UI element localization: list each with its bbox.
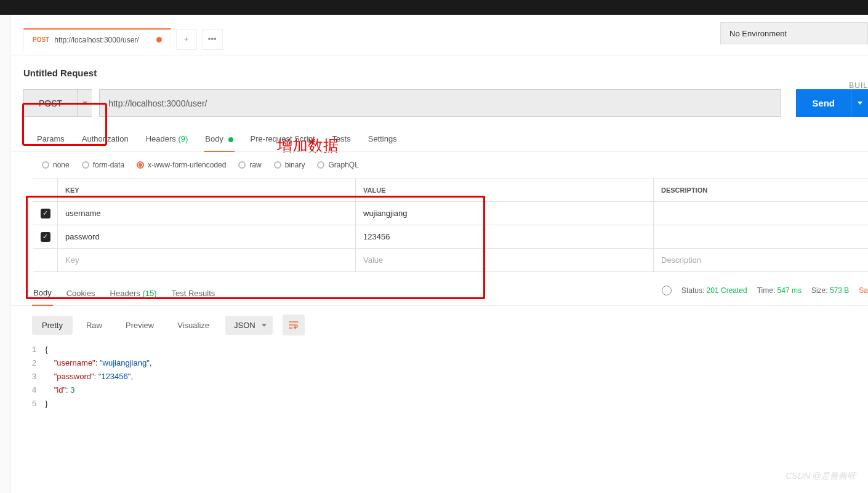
- watermark: CSDN @是酱酱呀: [786, 471, 856, 482]
- tab-url: http://localhost:3000/user/: [54, 36, 139, 44]
- kv-table: KEY VALUE DESCRIPTION ✓ username wujiang…: [33, 178, 868, 272]
- resp-tab-headers[interactable]: Headers (15): [109, 289, 158, 305]
- unsaved-dot-icon: [156, 37, 162, 42]
- view-pretty[interactable]: Pretty: [32, 316, 73, 335]
- resp-tab-body[interactable]: Body: [32, 288, 53, 306]
- tab-headers[interactable]: Headers (9): [145, 134, 190, 151]
- size-value: 573 B: [830, 286, 849, 295]
- cell-key[interactable]: username: [58, 202, 356, 225]
- tab-settings[interactable]: Settings: [367, 134, 398, 151]
- resp-tab-cookies[interactable]: Cookies: [65, 289, 97, 305]
- placeholder-key[interactable]: Key: [58, 249, 356, 271]
- status-value: 201 Created: [707, 286, 747, 295]
- line-numbers: 12345: [32, 343, 45, 411]
- environment-select[interactable]: No Environment: [720, 22, 868, 44]
- bodytype-binary[interactable]: binary: [274, 161, 305, 169]
- environment-label: No Environment: [729, 29, 787, 38]
- save-response-button[interactable]: Sa: [859, 286, 868, 295]
- header-desc: DESCRIPTION: [654, 178, 868, 201]
- cell-value[interactable]: 123456: [356, 225, 654, 248]
- placeholder-value[interactable]: Value: [356, 249, 654, 271]
- left-strip: [0, 15, 11, 493]
- table-row[interactable]: ✓ password 123456: [33, 225, 868, 249]
- view-visualize[interactable]: Visualize: [167, 316, 219, 335]
- header-key: KEY: [58, 178, 356, 201]
- send-label: Send: [796, 98, 851, 108]
- tab-method: POST: [33, 36, 49, 43]
- request-title: Untitled Request: [11, 55, 868, 78]
- cell-desc[interactable]: [654, 202, 868, 225]
- view-raw[interactable]: Raw: [76, 316, 112, 335]
- chevron-down-icon: [77, 90, 92, 116]
- view-preview[interactable]: Preview: [116, 316, 164, 335]
- time-value: 547 ms: [778, 286, 802, 295]
- wrap-lines-button[interactable]: [283, 315, 305, 335]
- tab-params[interactable]: Params: [36, 134, 66, 151]
- method-value: POST: [24, 90, 77, 116]
- header-value: VALUE: [356, 178, 654, 201]
- resp-tab-tests[interactable]: Test Results: [171, 289, 217, 305]
- format-select[interactable]: JSON: [225, 316, 273, 335]
- cell-key[interactable]: password: [58, 225, 356, 248]
- chevron-down-icon: [262, 324, 267, 327]
- tab-prerequest[interactable]: Pre-request Script: [249, 134, 316, 151]
- bodytype-graphql[interactable]: GraphQL: [317, 161, 358, 169]
- new-tab-button[interactable]: +: [176, 29, 197, 50]
- tab-authorization[interactable]: Authorization: [81, 134, 130, 151]
- chevron-down-icon[interactable]: [851, 89, 868, 117]
- response-body[interactable]: 12345 { "username": "wujiangjiang", "pas…: [11, 335, 868, 411]
- method-select[interactable]: POST: [23, 89, 92, 117]
- bodytype-urlencoded[interactable]: x-www-form-urlencoded: [137, 161, 226, 169]
- tab-tests[interactable]: Tests: [331, 134, 352, 151]
- table-row[interactable]: ✓ username wujiangjiang: [33, 202, 868, 225]
- cell-desc[interactable]: [654, 225, 868, 248]
- bodytype-none[interactable]: none: [42, 161, 70, 169]
- send-button[interactable]: Send: [796, 89, 868, 117]
- checkbox-icon[interactable]: ✓: [41, 232, 50, 242]
- url-input[interactable]: http://localhost:3000/user/: [99, 89, 781, 117]
- cell-value[interactable]: wujiangjiang: [356, 202, 654, 225]
- tab-body[interactable]: Body: [204, 134, 234, 152]
- checkbox-icon[interactable]: ✓: [41, 209, 50, 218]
- active-dot-icon: [228, 137, 233, 142]
- placeholder-desc[interactable]: Description: [654, 249, 868, 271]
- bodytype-formdata[interactable]: form-data: [82, 161, 124, 169]
- globe-icon[interactable]: [662, 286, 672, 295]
- tab-options-button[interactable]: •••: [202, 29, 223, 50]
- table-header: KEY VALUE DESCRIPTION: [33, 178, 868, 202]
- table-row-empty[interactable]: Key Value Description: [33, 249, 868, 272]
- bodytype-raw[interactable]: raw: [238, 161, 261, 169]
- app-topbar: [0, 0, 868, 15]
- request-tab[interactable]: POST http://localhost:3000/user/: [23, 28, 171, 50]
